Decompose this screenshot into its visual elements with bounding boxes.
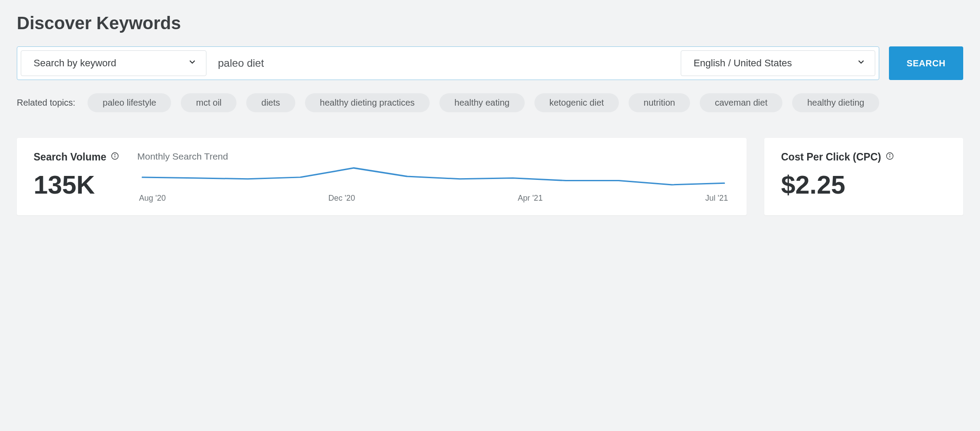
related-topics-label: Related topics: bbox=[17, 98, 75, 108]
topic-chip[interactable]: healthy dieting bbox=[792, 93, 879, 112]
trend-label: Aug '20 bbox=[139, 194, 166, 203]
topic-chip[interactable]: caveman diet bbox=[700, 93, 782, 112]
cpc-title: Cost Per Click (CPC) bbox=[781, 151, 946, 163]
sparkline-chart bbox=[137, 166, 730, 187]
chevron-down-icon bbox=[187, 57, 197, 69]
trend-block: Monthly Search Trend Aug '20 Dec '20 Apr… bbox=[137, 151, 730, 203]
search-volume-block: Search Volume 135K bbox=[34, 151, 119, 203]
svg-point-2 bbox=[115, 154, 115, 155]
trend-label: Dec '20 bbox=[328, 194, 355, 203]
metric-cards: Search Volume 135K Monthly Search Trend … bbox=[17, 138, 963, 215]
topic-chip[interactable]: diets bbox=[246, 93, 295, 112]
topic-chip[interactable]: healthy eating bbox=[439, 93, 525, 112]
cpc-title-text: Cost Per Click (CPC) bbox=[781, 151, 881, 163]
topic-chip[interactable]: paleo lifestyle bbox=[88, 93, 171, 112]
trend-x-labels: Aug '20 Dec '20 Apr '21 Jul '21 bbox=[137, 194, 730, 203]
search-volume-title: Search Volume bbox=[34, 151, 119, 163]
page-title: Discover Keywords bbox=[17, 13, 963, 33]
keyword-input[interactable] bbox=[211, 50, 676, 76]
chevron-down-icon bbox=[856, 57, 866, 69]
search-row: Search by keyword English / United State… bbox=[17, 46, 963, 80]
info-icon[interactable] bbox=[111, 151, 119, 163]
svg-point-5 bbox=[890, 154, 890, 155]
search-mode-label: Search by keyword bbox=[34, 57, 116, 69]
trend-label: Apr '21 bbox=[518, 194, 542, 203]
search-button[interactable]: SEARCH bbox=[889, 46, 963, 80]
search-volume-value: 135K bbox=[34, 172, 119, 198]
search-box: Search by keyword English / United State… bbox=[17, 46, 879, 80]
topic-chip[interactable]: healthy dieting practices bbox=[305, 93, 430, 112]
trend-title: Monthly Search Trend bbox=[137, 151, 730, 162]
info-icon[interactable] bbox=[885, 151, 894, 163]
related-topics: Related topics: paleo lifestylemct oildi… bbox=[17, 93, 963, 112]
search-mode-select[interactable]: Search by keyword bbox=[21, 50, 206, 76]
topic-chip[interactable]: mct oil bbox=[181, 93, 236, 112]
search-volume-title-text: Search Volume bbox=[34, 151, 106, 163]
search-volume-card: Search Volume 135K Monthly Search Trend … bbox=[17, 138, 747, 215]
cpc-card: Cost Per Click (CPC) $2.25 bbox=[764, 138, 963, 215]
locale-select[interactable]: English / United States bbox=[681, 50, 875, 76]
topic-chip[interactable]: ketogenic diet bbox=[534, 93, 619, 112]
cpc-value: $2.25 bbox=[781, 172, 946, 198]
topic-chip[interactable]: nutrition bbox=[629, 93, 690, 112]
trend-label: Jul '21 bbox=[705, 194, 728, 203]
locale-label: English / United States bbox=[694, 57, 792, 69]
